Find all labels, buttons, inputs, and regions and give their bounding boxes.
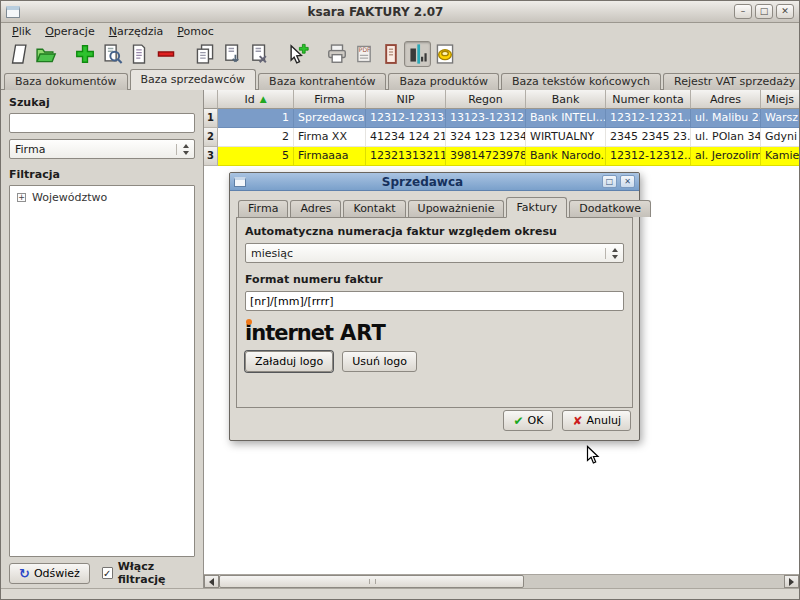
cell-id: 5 [218, 147, 294, 166]
table-row[interactable]: 3 5 Firmaaaa 12321313211... 398147239784… [204, 147, 799, 166]
cell-firma: Firmaaaa [294, 147, 366, 166]
statistics-icon [407, 43, 429, 65]
cell-nip: 12321313211... [366, 147, 446, 166]
scrollbar-thumb[interactable] [219, 575, 524, 588]
load-logo-button[interactable]: Załaduj logo [245, 351, 333, 372]
col-header-adres[interactable]: Adres [691, 90, 761, 109]
print-pdf-button[interactable]: PDF [350, 41, 377, 67]
sidebar-footer: ↻ Odśwież ✓ Włącz filtrację [9, 562, 195, 584]
numbering-period-select[interactable]: miesiąc [245, 243, 624, 263]
window-title: ksara FAKTURY 2.07 [20, 5, 731, 19]
cell-numer-konta: 12312-12321... [606, 109, 691, 128]
ok-check-icon: ✔ [513, 415, 523, 427]
cell-bank: Bank INTELI... [526, 109, 606, 128]
logo-buttons: Załaduj logo Usuń logo [245, 351, 624, 372]
search-input[interactable] [9, 113, 195, 133]
open-folder-button[interactable] [32, 41, 59, 67]
cell-miejscowosc: Kamie [761, 147, 799, 166]
scroll-left-button[interactable] [204, 575, 219, 588]
refresh-icon: ↻ [19, 567, 30, 580]
menu-pomoc[interactable]: Pomoc [170, 24, 220, 39]
cancel-button[interactable]: ✘ Anuluj [562, 410, 631, 431]
cell-adres: ul. Malibu 23/1 [691, 109, 761, 128]
stamp-icon [434, 43, 456, 65]
preview-document-button[interactable] [377, 41, 404, 67]
combo-spinner-icon [176, 144, 189, 155]
stamp-button[interactable] [431, 41, 458, 67]
close-button[interactable]: ✕ [776, 4, 794, 19]
cell-regon: 324 123 1234... [446, 128, 526, 147]
accept-record-icon [221, 43, 243, 65]
menu-operacje[interactable]: Operacje [38, 24, 102, 39]
logo-text-1: internet [245, 321, 333, 345]
print-icon [326, 43, 348, 65]
cell-regon: 398147239784 [446, 147, 526, 166]
scroll-right-button[interactable] [784, 575, 799, 588]
refresh-button[interactable]: ↻ Odśwież [9, 563, 90, 584]
dialog-body: Firma Adres Kontakt Upoważnienie Faktury… [230, 191, 639, 408]
find-record-icon [101, 43, 123, 65]
select-add-button[interactable] [284, 41, 311, 67]
app-icon [6, 6, 20, 18]
col-header-bank[interactable]: Bank [526, 90, 606, 109]
dialog-icon [234, 177, 246, 187]
search-field-value: Firma [15, 143, 45, 156]
tab-baza-kontrahentow[interactable]: Baza kontrahentów [258, 73, 386, 90]
add-record-button[interactable] [71, 41, 98, 67]
dialog-close-button[interactable]: ✕ [620, 175, 635, 188]
remove-logo-button[interactable]: Usuń logo [342, 351, 417, 372]
col-header-nip[interactable]: NIP [366, 90, 446, 109]
ok-button[interactable]: ✔ OK [503, 410, 553, 431]
select-add-icon [287, 43, 309, 65]
search-field-select[interactable]: Firma [9, 139, 195, 159]
minimize-button[interactable]: – [734, 4, 752, 19]
col-header-id[interactable]: Id ▲ [218, 90, 294, 109]
table-row[interactable]: 2 2 Firma XX 41234 124 21... 324 123 123… [204, 128, 799, 147]
dialog-tab-kontakt[interactable]: Kontakt [343, 200, 405, 217]
tree-expander-icon[interactable]: + [17, 193, 26, 202]
tab-baza-dokumentow[interactable]: Baza dokumentów [4, 73, 128, 90]
invoice-format-input[interactable] [245, 291, 624, 311]
accept-record-button[interactable] [218, 41, 245, 67]
edit-record-button[interactable] [125, 41, 152, 67]
col-header-regon[interactable]: Regon [446, 90, 526, 109]
statistics-button[interactable] [404, 41, 431, 67]
enable-filter-checkbox-row[interactable]: ✓ Włącz filtrację [102, 560, 195, 586]
menu-narzedzia[interactable]: Narzędzia [102, 24, 171, 39]
sidebar: Szukaj Firma Filtracja + Województwo ↻ O… [1, 90, 204, 588]
copy-record-button[interactable] [191, 41, 218, 67]
numbering-label: Automatyczna numeracja faktur względem o… [245, 225, 624, 238]
dialog-maximize-button[interactable]: □ [602, 175, 617, 188]
tab-rejestr-vat[interactable]: Rejestr VAT sprzedaży [663, 73, 800, 90]
maximize-button[interactable]: □ [755, 4, 773, 19]
dialog-tab-content: Automatyczna numeracja faktur względem o… [236, 217, 633, 408]
delete-record-button[interactable] [152, 41, 179, 67]
dialog-tab-firma[interactable]: Firma [238, 200, 288, 217]
tree-item-wojewodztwo[interactable]: + Województwo [10, 186, 194, 204]
cell-bank: Bank Narodo... [526, 147, 606, 166]
scrollbar-track[interactable] [524, 575, 784, 588]
dialog-tab-upowaznienie[interactable]: Upoważnienie [408, 200, 505, 217]
dialog-tab-dodatkowe[interactable]: Dodatkowe [569, 200, 651, 217]
cell-bank: WIRTUALNY [526, 128, 606, 147]
tab-baza-tekstow[interactable]: Baza tekstów końcowych [501, 73, 661, 90]
dialog-tab-adres[interactable]: Adres [290, 200, 341, 217]
menu-plik[interactable]: Plik [5, 24, 38, 39]
new-document-button[interactable] [5, 41, 32, 67]
enable-filter-checkbox[interactable]: ✓ [102, 567, 113, 579]
tab-baza-produktow[interactable]: Baza produktów [388, 73, 499, 90]
col-header-miejscowosc[interactable]: Miejs [761, 90, 799, 109]
tree-item-label: Województwo [32, 191, 107, 204]
col-header-numer-konta[interactable]: Numer konta [606, 90, 691, 109]
find-record-button[interactable] [98, 41, 125, 67]
print-button[interactable] [323, 41, 350, 67]
table-header: Id ▲ Firma NIP Regon Bank Numer konta Ad… [204, 90, 799, 109]
table-row[interactable]: 1 1 Sprzedawca 12312-12313-... 13123-123… [204, 109, 799, 128]
horizontal-scrollbar[interactable] [204, 574, 799, 588]
tab-baza-sprzedawcow[interactable]: Baza sprzedawców [130, 69, 257, 90]
dialog-tab-faktury[interactable]: Faktury [506, 197, 567, 218]
logo-text-2: ART [340, 321, 386, 345]
discard-record-button[interactable] [245, 41, 272, 67]
scroll-left-icon [209, 578, 214, 586]
col-header-firma[interactable]: Firma [294, 90, 366, 109]
